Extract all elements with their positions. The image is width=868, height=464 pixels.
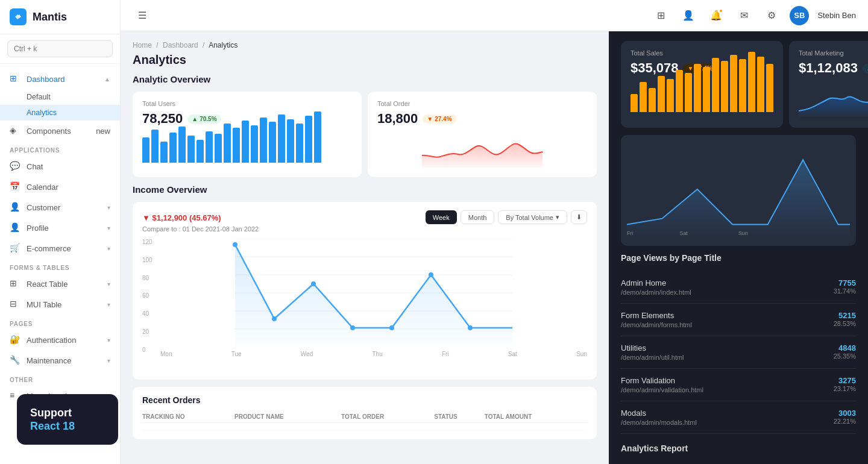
logo-icon	[10, 8, 27, 25]
breadcrumb-home[interactable]: Home	[133, 41, 152, 49]
support-title: Support	[30, 406, 105, 420]
sidebar-profile-label: Profile	[27, 224, 107, 233]
sidebar-auth-label: Authentication	[27, 336, 107, 345]
page-view-item-5: Modals /demo/admin/modals.html 3003 22.2…	[621, 401, 856, 434]
page-view-url-2: /demo/admin/forms.html	[621, 321, 834, 328]
total-marketing-card: Total Marketing $1,12,083 ↗ 70.5%	[789, 41, 868, 128]
page-views-title: Page Views by Page Title	[621, 253, 856, 263]
dark-area-chart: Fri Sat Sun	[627, 141, 850, 237]
section-applications: Applications	[0, 141, 120, 156]
col-status: STATUS	[434, 411, 485, 423]
page-view-count-4: 3275	[834, 376, 856, 385]
month-button[interactable]: Month	[461, 210, 495, 224]
x-label-tue: Tue	[231, 351, 242, 357]
sidebar-item-dashboard[interactable]: ⊞ Dashboard ▲	[0, 69, 120, 89]
sidebar-item-profile[interactable]: 👤 Profile ▾	[0, 218, 120, 238]
x-label-mon: Mon	[160, 351, 172, 357]
sidebar-item-components[interactable]: ◈ Components new	[0, 121, 120, 141]
sidebar-maintenance-label: Maintenance	[27, 356, 107, 365]
chart-dot	[468, 325, 473, 330]
search-input[interactable]	[7, 40, 113, 57]
sidebar-item-customer[interactable]: 👤 Customer ▾	[0, 197, 120, 218]
sidebar-item-calendar[interactable]: 📅 Calendar	[0, 177, 120, 197]
customer-icon: 👤	[10, 202, 20, 213]
chart-dot	[233, 242, 237, 247]
sidebar-item-analytics[interactable]: Analytics	[0, 105, 120, 121]
bar	[224, 124, 231, 163]
section-other: Other	[0, 371, 120, 386]
sidebar-components-label: Components	[27, 127, 96, 136]
app-logo[interactable]: Mantis	[0, 0, 120, 34]
chevron-down-icon-profile: ▾	[107, 225, 110, 231]
total-marketing-badge: ↗ 70.5%	[863, 64, 868, 73]
user-name: Stebin Ben	[817, 11, 856, 20]
page-view-count-5: 3003	[834, 409, 856, 418]
bar	[206, 131, 213, 163]
page-view-pct-1: 31.74%	[834, 287, 856, 295]
breadcrumb-dashboard[interactable]: Dashboard	[163, 41, 198, 49]
week-button[interactable]: Week	[426, 210, 457, 224]
page-views-section: Page Views by Page Title Admin Home /dem…	[621, 253, 856, 434]
bar	[748, 52, 755, 112]
total-marketing-value: $1,12,083 ↗ 70.5%	[799, 60, 868, 76]
total-order-value: 18,800 ▼27.4%	[377, 111, 587, 127]
page-view-count-2: 5215	[834, 311, 856, 320]
bar	[649, 88, 656, 112]
sidebar-item-ecommerce[interactable]: 🛒 E-commerce ▾	[0, 238, 120, 259]
page-view-info-2: Form Elements /demo/admin/forms.html	[621, 311, 834, 328]
topbar-left: ☰	[133, 6, 152, 25]
sidebar-item-authentication[interactable]: 🔐 Authentication ▾	[0, 330, 120, 350]
page-view-url-4: /demo/admin/validation.html	[621, 386, 834, 393]
page-view-name-3: Utilities	[621, 343, 834, 353]
x-label-wed: Wed	[301, 351, 313, 357]
page-view-count-3: 4848	[834, 343, 856, 353]
volume-button[interactable]: By Total Volume ▾	[498, 210, 567, 224]
bar	[269, 122, 276, 163]
notification-icon[interactable]: 🔔	[706, 6, 726, 25]
sidebar-ecommerce-label: E-commerce	[27, 244, 107, 253]
bar	[151, 130, 159, 163]
sidebar-item-mui-table[interactable]: ⊟ MUI Table ▾	[0, 294, 120, 315]
sidebar-item-chat[interactable]: 💬 Chat	[0, 156, 120, 177]
profile-icon-topbar[interactable]: 👤	[679, 6, 698, 25]
ecommerce-icon: 🛒	[10, 243, 20, 254]
search-bar[interactable]	[0, 34, 120, 64]
sidebar-item-maintenance[interactable]: 🔧 Maintenance ▾	[0, 350, 120, 371]
page-view-name-4: Form Validation	[621, 376, 834, 385]
settings-icon[interactable]: ⚙	[762, 6, 781, 25]
avatar[interactable]: SB	[790, 6, 809, 25]
sidebar-item-default[interactable]: Default	[0, 89, 120, 105]
recent-orders-title: Recent Orders	[142, 395, 587, 405]
total-users-chart	[142, 127, 352, 163]
page-view-name-2: Form Elements	[621, 311, 834, 320]
sidebar: Mantis ⊞ Dashboard ▲ Default Analytics ◈…	[0, 0, 121, 464]
support-popup[interactable]: Support React 18	[17, 394, 118, 445]
download-button[interactable]: ⬇	[571, 210, 587, 224]
bar	[197, 140, 204, 163]
page-view-item-2: Form Elements /demo/admin/forms.html 521…	[621, 304, 856, 336]
page-view-stats-5: 3003 22.21%	[834, 409, 856, 425]
total-order-card: Total Order 18,800 ▼27.4%	[368, 92, 597, 177]
breadcrumb: Home / Dashboard / Analytics	[133, 41, 597, 49]
chart-dot	[350, 325, 355, 330]
chevron-up-icon: ▲	[104, 76, 110, 83]
bar	[631, 94, 638, 112]
stat-cards-row: Total Users 78,250 ▲70.5%	[133, 92, 597, 177]
calendar-icon: 📅	[10, 181, 20, 192]
sidebar-item-react-table[interactable]: ⊞ React Table ▾	[0, 274, 120, 294]
bar	[178, 127, 186, 163]
grid-view-icon[interactable]: ⊞	[651, 6, 670, 25]
bar	[739, 59, 746, 112]
page-view-pct-3: 25.35%	[834, 353, 856, 360]
page-view-count-1: 7755	[834, 278, 856, 287]
sidebar-calendar-label: Calendar	[27, 183, 110, 192]
bar	[251, 125, 258, 163]
mail-icon[interactable]: ✉	[734, 6, 753, 25]
bar	[242, 121, 249, 163]
menu-toggle-icon[interactable]: ☰	[133, 6, 152, 25]
bar	[260, 118, 267, 163]
dashboard-icon: ⊞	[10, 74, 20, 84]
breadcrumb-current: Analytics	[209, 41, 237, 49]
income-line-chart	[160, 239, 587, 347]
topbar-right: ⊞ 👤 🔔 ✉ ⚙ SB Stebin Ben	[651, 6, 856, 25]
